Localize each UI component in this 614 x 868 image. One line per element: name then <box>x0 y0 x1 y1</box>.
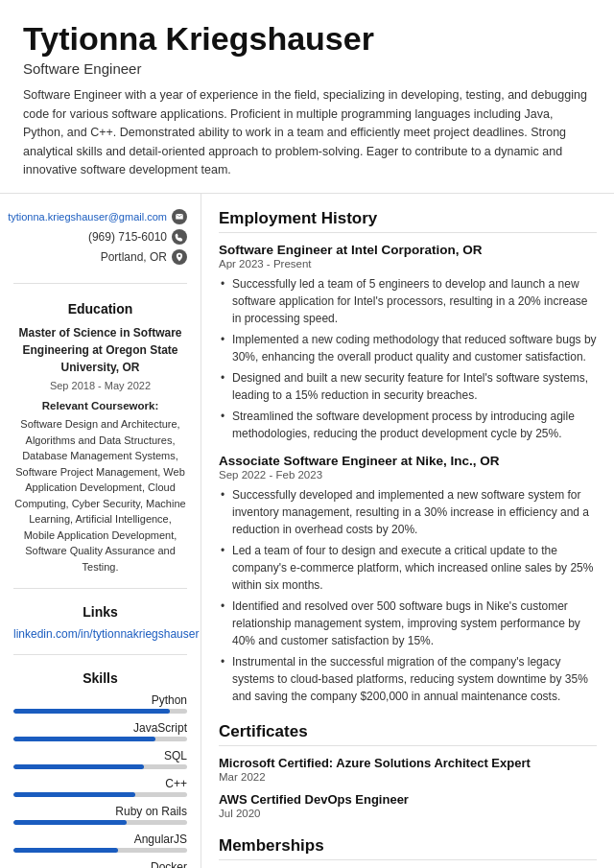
cert-entry: AWS Certified DevOps Engineer Jul 2020 <box>219 792 597 819</box>
memberships-section: Memberships Institute of Electrical and … <box>219 836 597 868</box>
skill-bar-bg <box>13 737 187 741</box>
skills-title: Skills <box>13 670 187 686</box>
skills-section: Skills Python JavaScript SQL C++ Ruby on… <box>13 670 187 868</box>
linkedin-link[interactable]: linkedin.com/in/tytionnakriegshauser <box>13 627 187 641</box>
job-entry: Software Engineer at Intel Corporation, … <box>219 243 597 442</box>
skill-item: Python <box>13 693 187 714</box>
cert-name: AWS Certified DevOps Engineer <box>219 792 597 807</box>
certs-list: Microsoft Certified: Azure Solutions Arc… <box>219 756 597 819</box>
job-bullet: Instrumental in the successful migration… <box>219 653 597 705</box>
candidate-name: Tytionna Kriegshauser <box>23 21 591 57</box>
skill-name: AngularJS <box>13 833 187 846</box>
job-bullet: Implemented a new coding methodology tha… <box>219 331 597 365</box>
job-date: Sep 2022 - Feb 2023 <box>219 469 597 481</box>
job-entry: Associate Software Engineer at Nike, Inc… <box>219 454 597 705</box>
job-bullet: Designed and built a new security featur… <box>219 369 597 404</box>
skill-bar-fill <box>13 792 135 797</box>
skill-item: Ruby on Rails <box>13 805 187 825</box>
skill-bar-bg <box>13 820 187 825</box>
education-content: Master of Science in Software Engineerin… <box>13 324 187 575</box>
skill-bar-fill <box>13 764 144 769</box>
courses-label: Relevant Coursework: <box>13 398 187 414</box>
certificates-section: Certificates Microsoft Certified: Azure … <box>219 722 597 819</box>
skill-name: Docker <box>13 860 187 868</box>
resume-wrapper: Tytionna Kriegshauser Software Engineer … <box>0 0 614 868</box>
job-bullet: Successfully developed and implemented a… <box>219 486 597 538</box>
cert-date: Mar 2022 <box>219 771 597 783</box>
job-title: Software Engineer at Intel Corporation, … <box>219 243 597 257</box>
links-section: Links linkedin.com/in/tytionnakriegshaus… <box>13 604 187 655</box>
main-body: tytionna.kriegshauser@gmail.com (969) 71… <box>0 194 614 868</box>
skill-bar-bg <box>13 848 187 853</box>
skill-item: C++ <box>13 777 187 797</box>
job-bullet: Led a team of four to design and execute… <box>219 542 597 594</box>
location-icon <box>172 249 187 265</box>
memberships-title: Memberships <box>219 836 597 860</box>
job-bullet: Identified and resolved over 500 softwar… <box>219 598 597 649</box>
employment-title: Employment History <box>219 209 597 233</box>
cert-entry: Microsoft Certified: Azure Solutions Arc… <box>219 756 597 783</box>
job-date: Apr 2023 - Present <box>219 258 597 270</box>
education-title: Education <box>13 301 187 317</box>
skill-bar-fill <box>13 820 127 825</box>
certificates-title: Certificates <box>219 722 597 746</box>
job-bullet: Streamlined the software development pro… <box>219 408 597 442</box>
cert-date: Jul 2020 <box>219 808 597 819</box>
jobs-list: Software Engineer at Intel Corporation, … <box>219 243 597 705</box>
location-item: Portland, OR <box>13 249 187 265</box>
skill-bar-fill <box>13 737 155 741</box>
skill-name: C++ <box>13 777 187 790</box>
employment-section: Employment History Software Engineer at … <box>219 209 597 705</box>
job-bullet: Successfully led a team of 5 engineers t… <box>219 275 597 327</box>
skill-name: SQL <box>13 749 187 762</box>
phone-icon <box>172 229 187 245</box>
skill-item: AngularJS <box>13 833 187 853</box>
cert-name: Microsoft Certified: Azure Solutions Arc… <box>219 756 597 770</box>
skill-item: JavaScript <box>13 721 187 741</box>
location-text: Portland, OR <box>101 250 167 264</box>
education-date: Sep 2018 - May 2022 <box>13 378 187 394</box>
candidate-title: Software Engineer <box>23 60 591 77</box>
skills-list: Python JavaScript SQL C++ Ruby on Rails <box>13 693 187 868</box>
skill-name: Ruby on Rails <box>13 805 187 818</box>
contact-section: tytionna.kriegshauser@gmail.com (969) 71… <box>13 209 187 284</box>
skill-name: JavaScript <box>13 721 187 735</box>
job-bullets-list: Successfully led a team of 5 engineers t… <box>219 275 597 442</box>
education-section: Education Master of Science in Software … <box>13 301 187 589</box>
left-sidebar: tytionna.kriegshauser@gmail.com (969) 71… <box>0 194 201 868</box>
skill-bar-bg <box>13 792 187 797</box>
phone-item: (969) 715-6010 <box>13 229 187 245</box>
email-item: tytionna.kriegshauser@gmail.com <box>13 209 187 224</box>
skill-item: SQL <box>13 749 187 769</box>
email-text: tytionna.kriegshauser@gmail.com <box>8 211 167 223</box>
links-title: Links <box>13 604 187 620</box>
skill-name: Python <box>13 693 187 707</box>
candidate-summary: Software Engineer with a year of experie… <box>23 86 591 179</box>
header-section: Tytionna Kriegshauser Software Engineer … <box>0 0 614 194</box>
phone-text: (969) 715-6010 <box>88 230 167 244</box>
education-degree: Master of Science in Software Engineerin… <box>13 324 187 376</box>
skill-bar-bg <box>13 709 187 714</box>
skill-bar-fill <box>13 709 170 714</box>
skill-item: Docker <box>13 860 187 868</box>
right-column: Employment History Software Engineer at … <box>201 194 614 868</box>
email-icon <box>172 209 187 224</box>
skill-bar-bg <box>13 764 187 769</box>
education-courses: Software Design and Architecture, Algori… <box>13 416 187 575</box>
job-bullets-list: Successfully developed and implemented a… <box>219 486 597 705</box>
skill-bar-fill <box>13 848 118 853</box>
job-title: Associate Software Engineer at Nike, Inc… <box>219 454 597 468</box>
